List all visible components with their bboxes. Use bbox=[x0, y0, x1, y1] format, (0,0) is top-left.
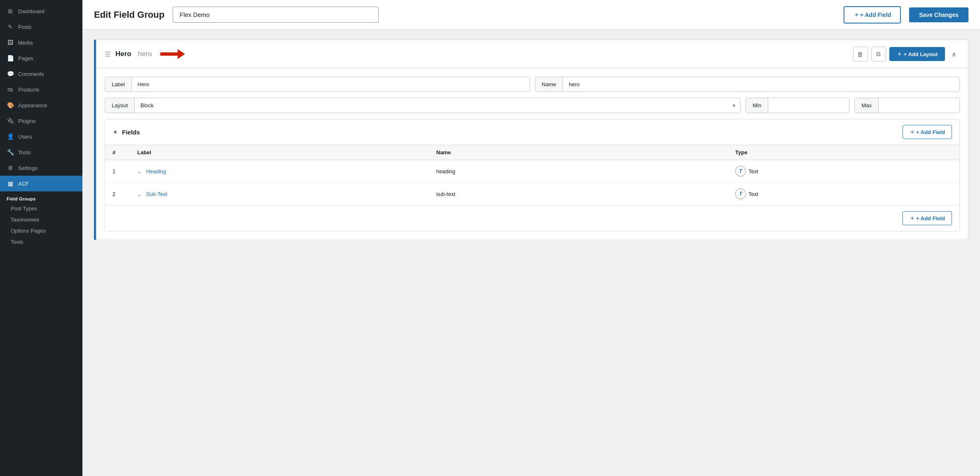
trash-icon: 🗑 bbox=[857, 51, 863, 58]
row2-num: 2 bbox=[105, 183, 130, 205]
layout-subtitle: hero bbox=[138, 50, 152, 58]
field-name-val-1: heading bbox=[436, 168, 455, 174]
main-content: Edit Field Group ＋ + Add Field Save Chan… bbox=[82, 0, 980, 476]
field-label-link-2[interactable]: Sub-Text bbox=[146, 191, 167, 197]
max-cell: Max bbox=[855, 98, 879, 113]
type-icon-1: T bbox=[735, 166, 746, 177]
row1-label: ⌄ Heading bbox=[130, 160, 429, 183]
name-field: Name bbox=[535, 77, 960, 92]
name-cell: Name bbox=[535, 77, 563, 92]
sidebar-item-tools[interactable]: 🔧 Tools bbox=[0, 144, 82, 160]
fields-table-body: 1 ⌄ Heading heading bbox=[105, 160, 959, 205]
table-header-row: # Label Name Type bbox=[105, 145, 959, 160]
layout-card: ☰ Hero hero 🗑 ⧉ bbox=[96, 40, 968, 240]
add-field-button-fields[interactable]: ＋ + Add Field bbox=[903, 125, 952, 139]
page-title: Edit Field Group bbox=[94, 9, 164, 20]
row1-name: heading bbox=[429, 160, 728, 183]
sidebar-item-products[interactable]: 🛍 Products bbox=[0, 82, 82, 97]
min-field: Min bbox=[746, 98, 849, 113]
plus-icon-fields: ＋ bbox=[910, 128, 915, 136]
sidebar-item-dashboard[interactable]: ⊞ Dashboard bbox=[0, 3, 82, 19]
sidebar-sub-tools[interactable]: Tools bbox=[0, 236, 82, 247]
type-badge-2: T Text bbox=[735, 189, 952, 199]
col-type: Type bbox=[728, 145, 959, 160]
collapse-button[interactable]: ∧ bbox=[948, 49, 960, 60]
sidebar-item-media[interactable]: 🖼 Media bbox=[0, 35, 82, 50]
chevron-up-icon: ∧ bbox=[952, 51, 957, 58]
row1-type: T Text bbox=[728, 160, 959, 183]
sidebar-sub-taxonomies[interactable]: Taxonomies bbox=[0, 214, 82, 225]
fields-section: ✦ Fields ＋ + Add Field # bbox=[105, 119, 960, 231]
expand-row2-icon[interactable]: ⌄ bbox=[137, 191, 141, 197]
max-input[interactable] bbox=[879, 98, 959, 113]
layout-title: Hero bbox=[115, 50, 131, 58]
layout-type-field: Layout Block Table Row ▾ bbox=[105, 98, 741, 113]
red-arrow bbox=[160, 48, 185, 60]
field-label-link-1[interactable]: Heading bbox=[146, 168, 166, 174]
layout-min-max-row: Layout Block Table Row ▾ M bbox=[105, 98, 960, 113]
field-group-name-input[interactable] bbox=[173, 7, 379, 23]
max-field: Max bbox=[854, 98, 960, 113]
drag-handle-icon: ☰ bbox=[105, 50, 110, 58]
add-field-button-top[interactable]: ＋ + Add Field bbox=[844, 6, 901, 24]
sidebar-item-acf[interactable]: ▦ ACF bbox=[0, 176, 82, 191]
row-number: 1 bbox=[113, 168, 115, 174]
fields-header: ✦ Fields ＋ + Add Field bbox=[105, 119, 959, 145]
sidebar-item-plugins[interactable]: 🔌 Plugins bbox=[0, 113, 82, 129]
sidebar-item-posts[interactable]: ✎ Posts bbox=[0, 19, 82, 35]
type-icon-2: T bbox=[735, 189, 746, 199]
topbar: Edit Field Group ＋ + Add Field Save Chan… bbox=[82, 0, 980, 30]
name-input[interactable] bbox=[563, 77, 959, 92]
sidebar: ⊞ Dashboard ✎ Posts 🖼 Media 📄 Pages 💬 Co… bbox=[0, 0, 82, 476]
comments-icon: 💬 bbox=[7, 70, 14, 78]
label-name-row: Label Name bbox=[105, 77, 960, 92]
acf-icon: ▦ bbox=[7, 180, 14, 187]
add-layout-button[interactable]: ＋ + Add Layout bbox=[889, 47, 945, 61]
layout-cell: Layout bbox=[105, 98, 135, 113]
label-cell: Label bbox=[105, 77, 132, 92]
field-name-val-2: sub-text bbox=[436, 191, 455, 197]
label-field: Label bbox=[105, 77, 530, 92]
sidebar-item-pages[interactable]: 📄 Pages bbox=[0, 50, 82, 66]
add-field-bottom: ＋ + Add Field bbox=[105, 205, 959, 231]
row2-name: sub-text bbox=[429, 183, 728, 205]
settings-icon: ⚙ bbox=[7, 164, 14, 172]
row1-num: 1 bbox=[105, 160, 130, 183]
col-name: Name bbox=[429, 145, 728, 160]
label-input[interactable] bbox=[132, 77, 530, 92]
table-row: 2 ⌄ Sub-Text sub-text bbox=[105, 183, 959, 205]
sidebar-item-users[interactable]: 👤 Users bbox=[0, 129, 82, 144]
content-area: ☰ Hero hero 🗑 ⧉ bbox=[82, 30, 980, 476]
plus-icon-bottom: ＋ bbox=[910, 214, 915, 222]
sidebar-sub-options-pages[interactable]: Options Pages bbox=[0, 225, 82, 236]
min-cell: Min bbox=[746, 98, 768, 113]
save-changes-button[interactable]: Save Changes bbox=[909, 7, 968, 22]
type-badge-1: T Text bbox=[735, 166, 952, 177]
delete-layout-button[interactable]: 🗑 bbox=[853, 47, 868, 61]
add-field-button-bottom[interactable]: ＋ + Add Field bbox=[903, 211, 952, 225]
users-icon: 👤 bbox=[7, 133, 14, 140]
sidebar-item-appearance[interactable]: 🎨 Appearance bbox=[0, 97, 82, 113]
expand-row1-icon[interactable]: ⌄ bbox=[137, 169, 141, 174]
fields-icon: ✦ bbox=[113, 128, 118, 136]
type-label-1: Text bbox=[748, 168, 758, 174]
min-input[interactable] bbox=[768, 98, 849, 113]
layout-select[interactable]: Block Table Row bbox=[135, 98, 740, 113]
sidebar-item-settings[interactable]: ⚙ Settings bbox=[0, 160, 82, 176]
layout-select-wrapper: Block Table Row ▾ bbox=[135, 98, 740, 113]
products-icon: 🛍 bbox=[7, 86, 14, 93]
layout-header: ☰ Hero hero 🗑 ⧉ bbox=[96, 40, 968, 68]
fields-table: # Label Name Type 1 bbox=[105, 145, 959, 205]
sidebar-sub-post-types[interactable]: Post Types bbox=[0, 203, 82, 214]
appearance-icon: 🎨 bbox=[7, 101, 14, 109]
fields-title: Fields bbox=[122, 129, 140, 136]
duplicate-layout-button[interactable]: ⧉ bbox=[871, 47, 886, 61]
row2-label: ⌄ Sub-Text bbox=[130, 183, 429, 205]
row-number: 2 bbox=[113, 191, 115, 197]
type-label-2: Text bbox=[748, 191, 758, 197]
sidebar-item-comments[interactable]: 💬 Comments bbox=[0, 66, 82, 82]
col-num: # bbox=[105, 145, 130, 160]
dashboard-icon: ⊞ bbox=[7, 7, 14, 15]
row2-type: T Text bbox=[728, 183, 959, 205]
table-row: 1 ⌄ Heading heading bbox=[105, 160, 959, 183]
